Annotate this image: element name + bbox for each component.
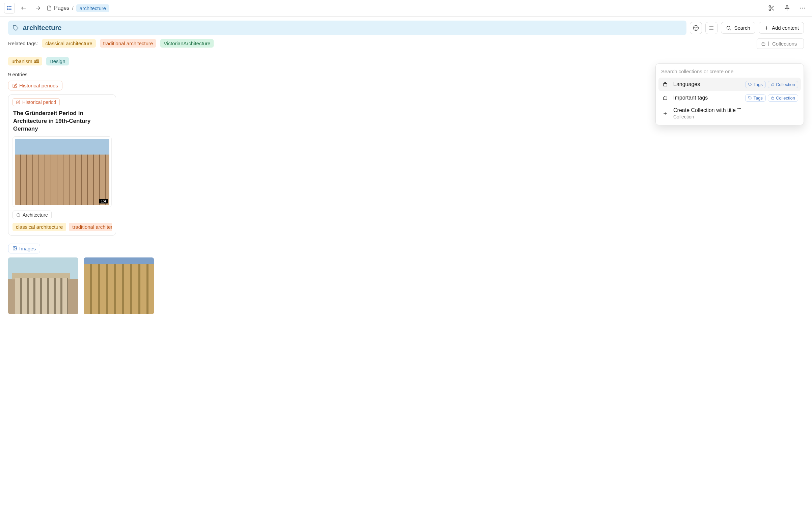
section-label-text: Historical periods: [19, 83, 58, 88]
svg-point-19: [695, 27, 696, 28]
create-collection-label: Create Collection with title "": [673, 107, 798, 113]
pin-button[interactable]: [782, 3, 792, 14]
collection-badge-tags: Tags: [745, 81, 765, 88]
svg-point-14: [800, 8, 801, 9]
search-button-label: Search: [734, 25, 750, 31]
section-historical-periods[interactable]: Historical periods: [8, 81, 63, 90]
dots-horizontal-icon: [799, 5, 806, 12]
related-tag[interactable]: traditional architecture: [100, 39, 157, 48]
card-collection-label: Architecture: [23, 212, 48, 218]
svg-rect-33: [771, 97, 774, 99]
svg-point-4: [7, 8, 8, 8]
svg-point-38: [14, 247, 15, 248]
svg-point-16: [804, 8, 805, 9]
plus-icon: [764, 25, 769, 31]
arrow-left-icon: [21, 5, 27, 11]
card-tag[interactable]: classical architecture: [13, 223, 66, 231]
card-type-badge: Historical period: [13, 98, 60, 106]
add-content-button[interactable]: Add content: [759, 22, 804, 34]
image-thumbnail[interactable]: [84, 257, 154, 314]
image-icon: [13, 246, 17, 251]
card-thumbnail-ratio: 1:4: [99, 199, 108, 203]
svg-line-12: [770, 7, 771, 8]
search-icon: [726, 25, 731, 31]
related-tag[interactable]: VictorianArchitecture: [160, 39, 213, 48]
svg-point-9: [769, 9, 771, 11]
scissors-icon: [768, 5, 775, 12]
edit-icon: [13, 83, 17, 88]
related-tag[interactable]: urbanism 🏙: [8, 57, 42, 65]
section-label-text: Images: [19, 246, 36, 251]
svg-point-8: [769, 6, 771, 7]
svg-rect-36: [17, 214, 20, 217]
image-thumbnail[interactable]: [8, 257, 78, 314]
arrow-right-icon: [35, 5, 41, 11]
related-tags-row: Related tags: classical architecture tra…: [0, 38, 812, 67]
lines-icon: [708, 25, 715, 31]
card-tags: classical architecture traditional archi…: [13, 223, 112, 231]
nav-forward-button[interactable]: [32, 3, 43, 14]
list-icon: [6, 5, 13, 11]
related-tags-label: Related tags:: [8, 39, 38, 46]
entry-card[interactable]: Historical period The Gründerzeit Period…: [8, 94, 116, 235]
collection-icon: [16, 212, 21, 217]
collections-search-placeholder[interactable]: Search collections or create one: [658, 66, 801, 77]
tag-title: architecture: [23, 24, 62, 32]
collections-input[interactable]: Collections: [757, 39, 804, 49]
collection-option-languages[interactable]: Languages Tags Collection: [658, 77, 801, 91]
section-images[interactable]: Images: [8, 244, 40, 253]
palette-icon: [693, 25, 699, 31]
tag-title-bar[interactable]: architecture: [8, 21, 686, 35]
svg-point-25: [727, 26, 730, 29]
ai-button[interactable]: [690, 22, 702, 34]
svg-rect-32: [663, 97, 667, 99]
content-area: Search collections or create one Languag…: [0, 67, 812, 314]
card-tag[interactable]: traditional architect: [69, 223, 112, 231]
search-button[interactable]: Search: [721, 22, 755, 34]
topbar-left: Pages / architecture: [4, 3, 763, 14]
svg-line-26: [730, 29, 731, 30]
collection-badge-collection: Collection: [768, 94, 798, 101]
more-button[interactable]: [797, 3, 808, 14]
related-tag[interactable]: Design: [46, 57, 69, 65]
collections-placeholder: Collections: [772, 41, 797, 47]
card-thumbnail-image: 1:4: [15, 139, 109, 205]
nav-back-button[interactable]: [18, 3, 29, 14]
card-thumbnail: 1:4: [13, 136, 112, 207]
breadcrumb-root[interactable]: Pages: [47, 5, 69, 11]
sidebar-toggle-button[interactable]: [4, 3, 15, 14]
svg-point-5: [7, 9, 8, 10]
tag-icon: [748, 83, 752, 86]
plus-icon: [662, 111, 668, 116]
svg-point-21: [696, 29, 697, 29]
breadcrumb-current[interactable]: architecture: [76, 4, 109, 12]
card-title: The Gründerzeit Period in Architecture i…: [13, 110, 111, 133]
collection-option-label: Important tags: [673, 95, 741, 101]
card-collection[interactable]: Architecture: [13, 210, 52, 219]
collection-badge-collection: Collection: [768, 81, 798, 88]
collection-icon: [761, 42, 766, 46]
breadcrumb-root-label: Pages: [54, 5, 69, 11]
svg-rect-29: [762, 43, 765, 45]
text-cursor: [768, 42, 769, 46]
tag-icon: [748, 96, 752, 100]
create-collection-sublabel: Collection: [673, 114, 798, 119]
collection-option-important-tags[interactable]: Important tags Tags Collection: [658, 91, 801, 105]
graph-button[interactable]: [766, 3, 777, 14]
create-collection-option[interactable]: Create Collection with title "" Collecti…: [658, 105, 801, 122]
collection-icon: [662, 82, 668, 87]
collection-option-label: Languages: [673, 81, 741, 87]
pin-icon: [784, 5, 790, 12]
related-tag[interactable]: classical architecture: [42, 39, 95, 48]
images-row: [0, 257, 812, 314]
view-button[interactable]: [705, 22, 718, 34]
svg-point-15: [802, 8, 803, 9]
svg-line-11: [772, 9, 774, 10]
collection-icon: [771, 83, 774, 86]
collection-icon: [771, 96, 774, 100]
svg-rect-31: [771, 84, 774, 86]
svg-rect-30: [663, 83, 667, 86]
svg-point-3: [7, 6, 8, 7]
topbar: Pages / architecture: [0, 0, 812, 17]
topbar-right: [766, 3, 808, 14]
